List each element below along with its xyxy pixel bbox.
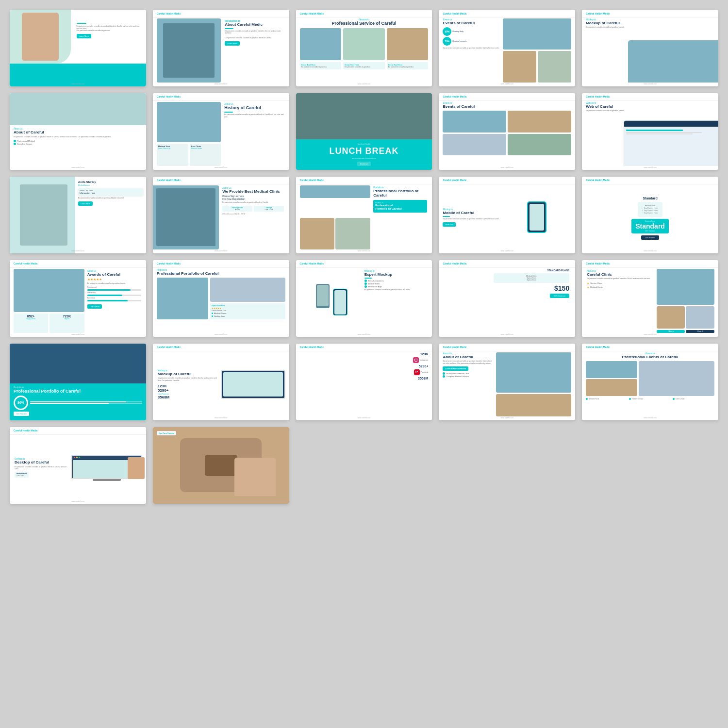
s2-title: About Careful Medic <box>225 22 283 27</box>
s24-body: Ea parturient convallis convallis at gra… <box>443 360 494 365</box>
s20-photo3 <box>686 306 714 329</box>
s7-card1-sub: Quick Check Up <box>158 148 187 149</box>
s16-p1: Professional <box>87 286 141 288</box>
s23-instagram-icon <box>413 357 419 363</box>
s9-photo4 <box>508 134 571 156</box>
s3-header: Careful Health Medic <box>296 10 432 17</box>
slide-16: Careful Health Medic 852+ Happy Clients … <box>10 260 146 337</box>
s16-header: Careful Health Medic <box>10 260 146 268</box>
s2-body: Ea parturient convallis convallis at gra… <box>225 30 283 40</box>
s21-title: Professional Portfolio of Careful <box>14 389 142 394</box>
s18-logo: Careful Health Medic <box>300 262 324 265</box>
slide-11: Anifa Shirley Medical Advisor Name Card … <box>10 177 146 253</box>
s16-stat2: 729K Reports <box>50 314 84 333</box>
s12-photo <box>153 185 219 249</box>
s1-btn[interactable]: Learn More <box>77 34 91 38</box>
s3-url: www.careful.com <box>296 83 432 85</box>
s8-btn[interactable]: Continue <box>357 162 371 166</box>
s23-pinterest-icon: P <box>414 369 420 375</box>
s20-logo: Careful Health Medic <box>586 262 610 265</box>
s13-header: Careful Health Medic <box>296 177 432 184</box>
s6-photo <box>10 93 146 128</box>
photo-person-1 <box>10 10 71 64</box>
slides-grid: Ea parturient convallis convallis at gra… <box>10 10 718 504</box>
s13-url: www.careful.com <box>296 250 432 252</box>
slide-24: Careful Health Medic About Us About of C… <box>439 344 575 420</box>
s5-logo: Careful Health Medic <box>586 12 610 15</box>
s4-stat1: 60% <box>443 27 451 36</box>
s25-item2: Health Service <box>632 398 643 400</box>
slide-13: Careful Health Medic Portfolio to Profes… <box>296 177 432 253</box>
slide-19: Careful Health Medic STANDARD PLANS Medi… <box>439 260 575 337</box>
s15-url: www.careful.com <box>582 250 718 252</box>
s16-btn[interactable]: Learn More <box>87 304 102 309</box>
s20-photo1 <box>657 269 714 305</box>
s12-tagline: Please Sign in HereFor New Registration <box>222 195 283 200</box>
s19-btn[interactable]: 50% Cashout <box>550 294 569 298</box>
s26-person-photo <box>128 457 145 479</box>
s7-url: www.careful.com <box>153 166 289 168</box>
s24-header: Careful Health Medic <box>439 344 575 351</box>
s6-url: www.careful.com <box>10 166 146 168</box>
s18-item2: Medical Team <box>368 282 380 285</box>
s25-logo: Careful Health Medic <box>586 346 610 348</box>
s2-btn[interactable]: Learn More <box>225 41 239 46</box>
s11-url: www.careful.com <box>10 250 146 252</box>
s21-pb1 <box>30 401 142 402</box>
s3-desc1: Ea parturient convallis at gravibus <box>301 66 340 68</box>
s7-divider <box>224 112 233 113</box>
s14-phone <box>527 201 546 233</box>
s18-body: Ea parturient convallis convallis at gra… <box>364 289 428 291</box>
s10-logo: Careful Health Medic <box>586 95 610 98</box>
s15-btn[interactable]: Get Started <box>641 235 659 240</box>
s4-stat2-label: Boosting Immunity <box>452 40 466 42</box>
s20-photo2 <box>657 306 685 329</box>
s18-phone1 <box>333 289 347 315</box>
s10-title: Web of Careful <box>586 104 718 109</box>
s16-body: Ea parturient convallis convallis at gra… <box>87 282 141 285</box>
s16-pb1 <box>87 289 141 291</box>
s4-photo3 <box>538 51 571 82</box>
s11-btn[interactable]: Learn More <box>78 201 93 206</box>
s7-logo: Careful Health Medic <box>157 95 181 98</box>
s21-btn[interactable]: Get Started <box>14 412 29 416</box>
s9-url: www.careful.com <box>439 166 575 168</box>
s5-title: Mockup of Careful <box>586 21 718 25</box>
s7-header: Careful Health Medic <box>153 93 289 101</box>
s25-photo3 <box>639 361 714 397</box>
s7-photo1 <box>157 102 221 142</box>
s23-p-label: Pinterest <box>421 371 429 373</box>
s27-badge-text: Eye Care Special <box>159 432 174 434</box>
slide-10: Careful Health Medic Website to Web of C… <box>582 93 718 170</box>
s20-url: www.careful.com <box>582 333 718 335</box>
s2-header: Careful Health Medic <box>153 10 289 17</box>
s23-header: Careful Health Medic <box>296 344 432 351</box>
s14-btn[interactable]: More Info <box>443 222 456 227</box>
s24-photo2 <box>496 394 571 416</box>
s6-title: About of Careful <box>14 130 142 135</box>
s17-url: www.careful.com <box>153 333 289 335</box>
s4-photo2 <box>503 51 536 82</box>
s8-photo <box>296 93 432 143</box>
s14-header: Careful Health Medic <box>439 177 575 184</box>
slide-25: Careful Health Medic Events to Professio… <box>582 344 718 420</box>
s7-card2-sub: Medical Grade <box>191 148 220 149</box>
s20-check1: Service Clinic <box>590 282 602 284</box>
s20-check2: Medical Center <box>590 286 603 288</box>
s22-stat3: 3568M <box>158 395 218 399</box>
s10-body: Ea parturient convallis convallis at gra… <box>586 110 718 112</box>
s18-title: Expert Mockup <box>364 272 428 277</box>
s3-desc3: Ea parturient convallis at gravibus <box>388 66 427 68</box>
s9-header: Careful Health Medic <box>439 93 575 101</box>
s9-title: Events of Careful <box>443 104 571 109</box>
s22-header: Careful Health Medic <box>153 344 289 351</box>
slide-5: Careful Health Medic Mockup to Mockup of… <box>582 10 718 86</box>
s16-title: Awards of Careful <box>87 272 141 277</box>
s24-title: About of Careful <box>443 355 494 360</box>
s22-stat2: 5290+ <box>158 388 218 393</box>
s19-url: www.careful.com <box>439 333 575 335</box>
s5-body: Ea parturient convallis convallis at gra… <box>586 26 718 29</box>
s20-body: Ea parturient convallis convallis at gra… <box>587 278 654 280</box>
s22-tablet <box>221 370 285 399</box>
s15-logo: Careful Health Medic <box>586 179 610 182</box>
